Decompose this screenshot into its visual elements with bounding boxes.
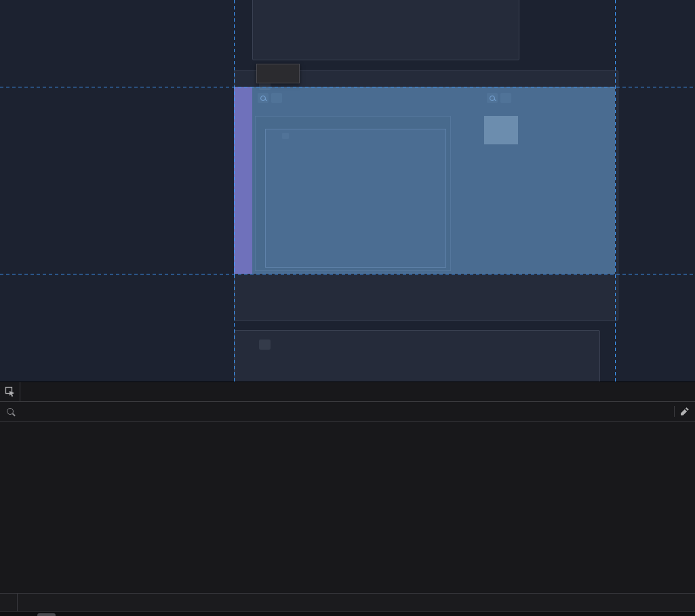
search-actions	[658, 402, 695, 421]
play-button[interactable]	[259, 340, 271, 350]
devtools-tabs	[20, 382, 695, 401]
post-header	[240, 340, 271, 350]
flex-guide-vertical-right	[615, 0, 616, 382]
eyedropper-button[interactable]	[675, 407, 695, 416]
flex-guide-horizontal-bottom	[0, 274, 695, 274]
highlighter-padding-fill	[234, 87, 252, 274]
post-previous	[252, 0, 519, 60]
breadcrumb-scroll-left-button[interactable]	[0, 594, 18, 611]
browser-viewport	[0, 0, 695, 382]
search-input[interactable]	[20, 406, 658, 417]
devtools-panel	[0, 382, 695, 616]
horizontal-scrollbar	[0, 611, 695, 616]
post-25490882	[234, 330, 600, 382]
pick-element-button[interactable]	[0, 382, 20, 401]
markup-search-bar	[0, 402, 695, 422]
scrollbar-thumb[interactable]	[37, 613, 56, 616]
markup-tree	[0, 422, 695, 593]
devtools-toolbar	[0, 382, 695, 402]
board-sidebar	[0, 0, 212, 5]
eyedropper-icon	[680, 407, 690, 416]
highlighter-tooltip	[256, 64, 300, 83]
screenshot-root	[0, 0, 695, 616]
search-icon	[7, 408, 14, 415]
highlighter-content-fill	[234, 87, 615, 274]
breadcrumb-bar	[0, 593, 695, 611]
pick-element-icon	[5, 386, 16, 397]
flex-guide-horizontal-top	[0, 87, 695, 87]
flex-guide-vertical-left	[234, 0, 235, 382]
